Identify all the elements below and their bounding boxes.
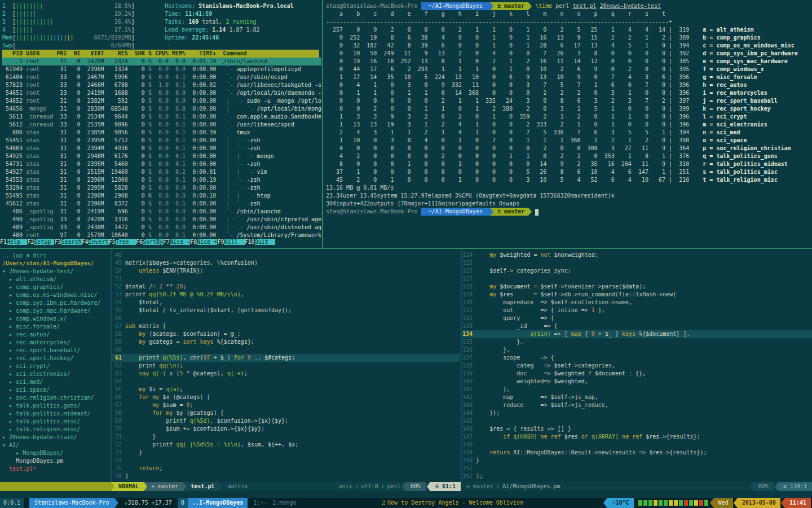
code-line: 51: [112, 275, 460, 283]
tree-item[interactable]: /Users/stas/AI-MongoDBayes/: [2, 260, 111, 268]
tree-item[interactable]: ▸ rec.sport.baseball/: [2, 347, 111, 354]
process-table-header[interactable]: PID USER PRI NI VIRT RES SHR S CPU% MEM%…: [2, 50, 319, 58]
tree-item[interactable]: ▸ misc.forsale/: [2, 323, 111, 331]
tree-item[interactable]: ▸ talk.politics.mideast/: [2, 410, 111, 418]
process-row[interactable]: 54656 _mongo 31 0 2830M 68548 0 S 0.0 0.…: [2, 105, 321, 113]
tree-item[interactable]: ▸ comp.sys.mac.hardware/: [2, 307, 111, 315]
fkey-number: F2: [27, 239, 34, 245]
tmux-window-active[interactable]: ..I-MongoDBayes: [188, 498, 248, 508]
fkey-kill[interactable]: F9Kill: [217, 239, 244, 245]
process-cell: 0.0 0.1: [152, 145, 186, 151]
process-row[interactable]: 55451 stas 31 0 2395M 5712 0 S 0.0 0.1 0…: [2, 137, 321, 144]
code-token: ,: [261, 441, 268, 448]
process-cell: S: [145, 185, 152, 191]
process-row[interactable]: 490 _spotlig 33 0 2420M 1316 0 S 0.0 0.0…: [2, 216, 321, 224]
line-number: 50: [112, 268, 125, 274]
tree-item[interactable]: ▸ talk.religion.misc/: [2, 426, 111, 433]
process-row[interactable]: 57823 root 33 0 2466M 6788 0 S 1.0 0.1 0…: [2, 81, 321, 89]
tree-item[interactable]: ▸ 20news-bydate-train/: [2, 433, 111, 441]
matrix-values: 1 17 14 35 10 5 224 13 10 0 6 9 13 10 9 …: [326, 74, 665, 80]
process-row[interactable]: 54925 stas 31 0 2948M 6176 0 S 0.0 0.1 0…: [2, 152, 321, 160]
process-row[interactable]: 1 root 31 0 2420M 2324 0 S 0.0 0.0 0:01.…: [2, 58, 321, 65]
code-token: $start: [210, 307, 231, 313]
process-row[interactable]: 53294 stas 31 0 2395M 5828 0 S 0.0 0.0 0…: [2, 184, 321, 192]
process-row[interactable]: 54553 stas 31 0 2396M 12000 0 S 0.0 0.1 …: [2, 176, 321, 184]
process-row[interactable]: 54651 root 33 0 2419M 1688 0 S 0.0 0.0 0…: [2, 89, 321, 97]
dir-arrow-icon: ▸: [9, 418, 16, 424]
tree-item[interactable]: ▸ MongoDBayes/: [2, 449, 111, 457]
fkey-invert[interactable]: F4Invert: [82, 239, 109, 245]
tree-item[interactable]: ▸ comp.windows.x/: [2, 315, 111, 323]
process-row[interactable]: 5612 _coreaud 33 0 2535M 9896 0 S 0.0 0.…: [2, 121, 321, 129]
git-branch-segment: ± master: [144, 482, 183, 491]
fkey-tree[interactable]: F5Tree: [109, 239, 136, 245]
tree-item[interactable]: ▸ talk.politics.guns/: [2, 402, 111, 410]
line-number: 145: [462, 418, 476, 424]
prompt-line-active[interactable]: stas@Stanislaws-MacBook-Pro ~/AI-MongoDB…: [326, 208, 812, 216]
process-row[interactable]: 54652 root 31 0 2382M 592 0 S 0.0 0.0 0:…: [2, 97, 321, 105]
line-number: 128: [462, 283, 476, 290]
prompt-line[interactable]: stas@Stanislaws-MacBook-Pro ~/AI-MongoDB…: [326, 2, 812, 10]
fkey-setup[interactable]: F2Setup: [27, 239, 54, 245]
process-cell: 54731: [2, 161, 23, 167]
process-cell: _spotlig: [23, 208, 56, 214]
matrix-row: 0 252 19 8 6 38 4 0 0 1 0 1 16 13 9 15 2…: [326, 34, 812, 42]
tmux-pane-border-horizontal[interactable]: [0, 248, 812, 249]
process-row[interactable]: 486 _spotlig 31 0 2419M 696 0 S 0.0 0.0 …: [2, 208, 321, 216]
vim-window-testpl[interactable]: 48 49 matrix($bayes->categories, \%confu…: [112, 249, 460, 482]
tree-item[interactable]: MongoDBayes.pm: [2, 457, 111, 465]
process-row[interactable]: 54731 stas 31 0 2395M 5460 0 S 0.0 0.1 0…: [2, 160, 321, 168]
process-row[interactable]: 45612 stas 31 0 2396M 8372 0 S 0.0 0.1 0…: [2, 200, 321, 208]
line-number: 52: [112, 283, 125, 290]
code-token: $x: [162, 394, 169, 400]
tree-item[interactable]: ▾ 20news-bydate-test/: [2, 268, 111, 275]
dir-arrow-icon: ▸: [9, 371, 16, 377]
tree-item[interactable]: ▸ comp.graphics/: [2, 283, 111, 291]
process-row[interactable]: 61404 root 33 0 2467M 5996 0 S 0.0 0.1 0…: [2, 73, 321, 81]
tree-item[interactable]: ▸ talk.politics.misc/: [2, 418, 111, 426]
process-row[interactable]: 806 stas 31 0 2385M 9056 0 S 0.0 0.1 0:0…: [2, 129, 321, 137]
tree-item[interactable]: test.pl*: [2, 465, 111, 473]
tree-item[interactable]: ▸ rec.sport.hockey/: [2, 354, 111, 362]
process-cell: S: [145, 106, 152, 112]
vim-split-border[interactable]: [461, 249, 462, 482]
fkey-nice[interactable]: F7Nice -: [163, 239, 190, 245]
tree-item[interactable]: ▸ alt.atheism/: [2, 275, 111, 283]
process-row[interactable]: 61949 root 31 0 2396M 1324 0 S 0.0 0.0 0…: [2, 65, 321, 73]
fkey-search[interactable]: F3Search: [54, 239, 81, 245]
tree-item[interactable]: ▸ soc.religion.christian/: [2, 394, 111, 402]
tree-item[interactable]: ▾ AI/: [2, 441, 111, 449]
cpu-load-block: [694, 500, 698, 506]
fkey-help[interactable]: F1Help: [0, 239, 27, 245]
tmux-window[interactable]: 1:~-: [253, 500, 267, 506]
dir-arrow-icon: ▸: [9, 402, 16, 409]
tree-item[interactable]: ▸ sci.space/: [2, 386, 111, 394]
code-token: q(-+): [227, 370, 244, 376]
process-row[interactable]: 489 _spotlig 33 0 2438M 1472 0 S 0.0 0.0…: [2, 224, 321, 231]
process-row[interactable]: 5613 _coreaud 33 0 2534M 9644 0 S 0.0 0.…: [2, 113, 321, 121]
tree-item[interactable]: ▸ comp.os.ms-windows.misc/: [2, 291, 111, 299]
code-line: 151: [462, 465, 812, 472]
line-number: 140: [462, 378, 476, 384]
tree-item[interactable]: ▸ sci.electronics/: [2, 370, 111, 378]
tree-item[interactable]: .. (up a dir): [2, 252, 111, 260]
process-row[interactable]: 54927 stas 31 0 2515M 19460 0 S 0.0 0.2 …: [2, 168, 321, 176]
tree-item[interactable]: ▸ rec.autos/: [2, 331, 111, 339]
process-row[interactable]: 54869 stas 31 0 2394M 4936 0 S 0.0 0.1 0…: [2, 144, 321, 152]
code-token: keys: [622, 331, 636, 337]
tmux-pane-border-vertical[interactable]: [322, 0, 323, 248]
vim-window-mongodbayes[interactable]: 124 my $weighted = not $nonweighted;125 …: [462, 249, 812, 482]
meter-value: 0/64MB: [16, 42, 131, 49]
line-number: 130: [462, 299, 476, 305]
fkey-quit[interactable]: F10Quit: [245, 239, 275, 245]
fkey-sortby[interactable]: F6SortBy: [136, 239, 163, 245]
tree-item[interactable]: ▸ sci.crypt/: [2, 362, 111, 370]
tree-item[interactable]: ▸ sci.med/: [2, 378, 111, 386]
tree-item[interactable]: ▸ rec.motorcycles/: [2, 339, 111, 347]
tmux-window[interactable]: 2:mongo: [272, 500, 296, 506]
process-row[interactable]: 55495 stas 31 0 2390M 2908 0 R 0.0 0.0 0…: [2, 192, 321, 200]
tree-item[interactable]: ▸ comp.sys.ibm.pc.hardware/: [2, 299, 111, 307]
cpu-load-block: [654, 500, 657, 506]
fkey-nice[interactable]: F8Nice +: [190, 239, 217, 245]
info-line: Hostname: Stanislaws-MacBook-Pro.local: [165, 2, 294, 10]
